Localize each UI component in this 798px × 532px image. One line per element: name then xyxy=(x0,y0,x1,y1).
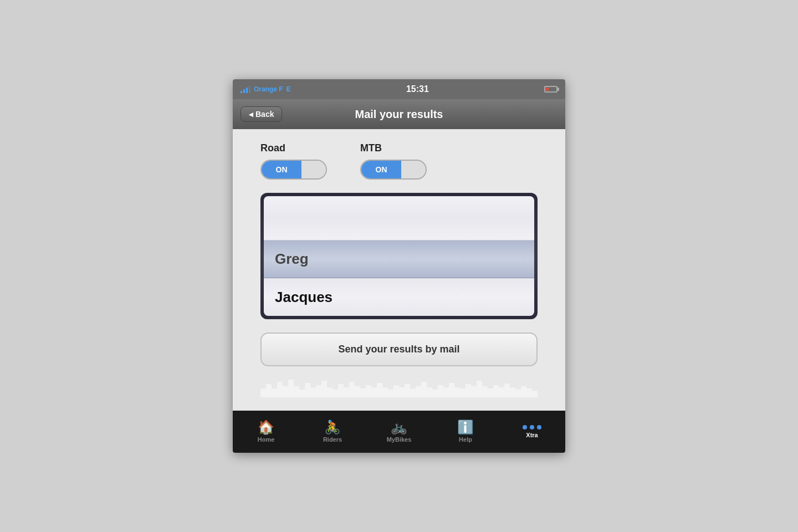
tab-riders[interactable]: 🚴 Riders xyxy=(299,411,366,453)
tab-help[interactable]: ℹ️ Help xyxy=(432,411,499,453)
signal-bar-2 xyxy=(243,89,245,93)
picker-empty-slot xyxy=(264,196,534,241)
send-results-button[interactable]: Send your results by mail xyxy=(260,332,538,366)
tab-home-label: Home xyxy=(258,436,275,443)
status-time: 15:31 xyxy=(406,84,429,94)
picker-item-jacques[interactable]: Jacques xyxy=(264,278,534,316)
phone-frame: Orange F E 15:31 Back Mail your results … xyxy=(233,79,565,453)
signal-bars xyxy=(241,85,250,93)
tab-xtra-label: Xtra xyxy=(526,432,538,438)
home-icon: 🏠 xyxy=(258,421,274,434)
rider-picker[interactable]: Greg Jacques xyxy=(260,193,538,319)
battery-fill xyxy=(546,88,549,91)
riders-icon: 🚴 xyxy=(324,421,341,434)
tab-mybikes-label: MyBikes xyxy=(387,436,412,443)
mtb-toggle-off xyxy=(401,161,426,178)
mtb-toggle-on: ON xyxy=(361,161,401,178)
tab-mybikes[interactable]: 🚲 MyBikes xyxy=(366,411,432,453)
network-indicator: E xyxy=(287,85,291,93)
mybikes-icon: 🚲 xyxy=(391,421,407,434)
road-label: Road xyxy=(260,142,327,154)
xtra-dot-2 xyxy=(530,425,534,429)
main-content: Road ON MTB ON Greg xyxy=(233,129,565,411)
back-button[interactable]: Back xyxy=(241,106,282,122)
picker-item-greg-text: Greg xyxy=(275,250,309,268)
help-icon: ℹ️ xyxy=(457,421,474,434)
tab-help-label: Help xyxy=(459,436,472,443)
signal-bar-3 xyxy=(246,88,248,93)
mtb-toggle[interactable]: ON xyxy=(360,160,427,180)
xtra-dot-1 xyxy=(523,425,527,429)
tab-bar: 🏠 Home 🚴 Riders 🚲 MyBikes ℹ️ Help Xtra xyxy=(233,411,565,453)
signal-bar-4 xyxy=(249,86,250,93)
tab-xtra[interactable]: Xtra xyxy=(499,411,565,453)
toggles-row: Road ON MTB ON xyxy=(260,142,538,180)
nav-bar: Back Mail your results xyxy=(233,99,565,129)
xtra-dot-3 xyxy=(537,425,541,429)
status-bar: Orange F E 15:31 xyxy=(233,79,565,99)
picker-item-jacques-text: Jacques xyxy=(275,289,332,306)
status-left: Orange F E xyxy=(241,85,291,93)
carrier-text: Orange F xyxy=(254,85,283,93)
page-title: Mail your results xyxy=(355,108,443,121)
road-toggle-group: Road ON xyxy=(260,142,327,180)
mtb-toggle-group: MTB ON xyxy=(360,142,427,180)
picker-item-greg[interactable]: Greg xyxy=(264,241,534,278)
picker-inner: Greg Jacques xyxy=(264,196,534,316)
xtra-dots xyxy=(523,425,541,429)
road-toggle-on: ON xyxy=(262,161,301,178)
skyline-decoration xyxy=(260,375,538,397)
signal-bar-1 xyxy=(241,91,242,93)
road-toggle[interactable]: ON xyxy=(260,160,327,180)
status-right xyxy=(544,86,557,93)
tab-home[interactable]: 🏠 Home xyxy=(233,411,299,453)
battery-icon xyxy=(544,86,557,93)
skyline-bg xyxy=(260,375,538,397)
mtb-label: MTB xyxy=(360,142,427,154)
tab-riders-label: Riders xyxy=(323,436,342,443)
road-toggle-off xyxy=(301,161,326,178)
